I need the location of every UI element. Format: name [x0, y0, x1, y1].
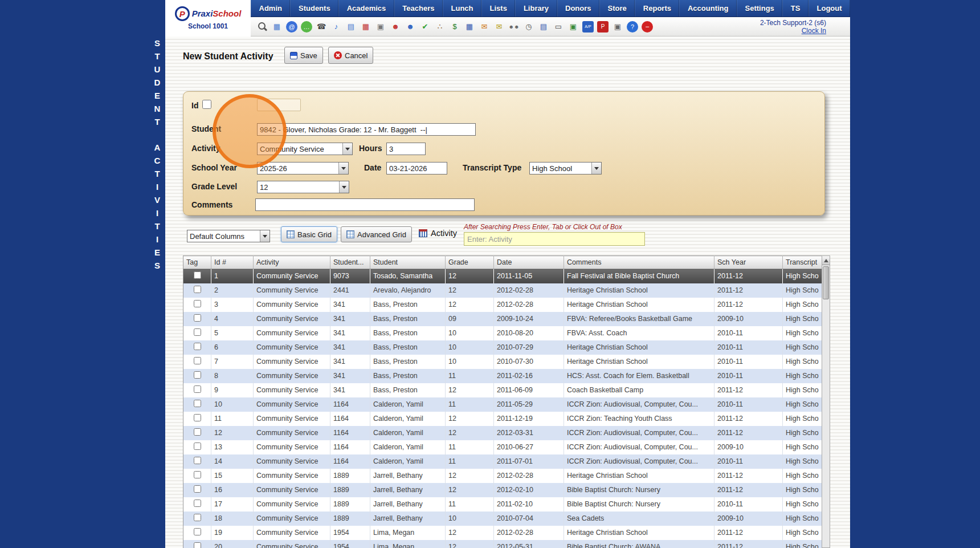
calendar-icon[interactable]: ▦ — [360, 21, 371, 33]
speaker-icon[interactable]: ♪ — [330, 21, 342, 33]
hours-field[interactable] — [386, 143, 426, 155]
mobile-phone-icon[interactable]: ☎ — [316, 21, 327, 33]
table-row[interactable]: 10Community Service1164Calderon, Yamil11… — [183, 397, 822, 412]
nav-item-academics[interactable]: Academics — [338, 0, 394, 17]
scrollbar-thumb[interactable] — [823, 266, 829, 299]
tag-checkbox[interactable] — [194, 485, 201, 493]
column-header[interactable]: Date — [494, 256, 564, 269]
nav-item-students[interactable]: Students — [290, 0, 338, 17]
table-row[interactable]: 14Community Service1164Calderon, Yamil11… — [183, 454, 822, 469]
tag-checkbox[interactable] — [194, 286, 201, 293]
activity-select[interactable]: Community Service — [257, 143, 353, 155]
column-header[interactable]: Tag — [183, 256, 211, 269]
nav-item-admin[interactable]: Admin — [251, 0, 290, 17]
tag-checkbox[interactable] — [194, 371, 201, 379]
comments-field[interactable] — [255, 198, 475, 211]
search-icon[interactable] — [256, 21, 268, 33]
tag-checkbox[interactable] — [194, 500, 201, 507]
scroll-up-arrow-icon[interactable] — [822, 256, 830, 265]
tag-checkbox[interactable] — [194, 357, 201, 364]
tag-checkbox[interactable] — [194, 457, 201, 464]
table-row[interactable]: 1Community Service9073Tosado, Samantha12… — [183, 269, 822, 283]
activity-search-input[interactable] — [464, 232, 645, 246]
nav-item-accounting[interactable]: Accounting — [679, 0, 737, 17]
nav-item-reports[interactable]: Reports — [635, 0, 679, 17]
paw-icon[interactable]: ∴ — [434, 21, 446, 33]
advanced-grid-button[interactable]: Advanced Grid — [341, 226, 412, 242]
table-row[interactable]: 7Community Service341Bass, Preston102010… — [183, 355, 822, 369]
check-icon[interactable]: ✔ — [419, 21, 431, 33]
table-scrollbar[interactable] — [822, 255, 830, 548]
table-row[interactable]: 15Community Service1889Jarrell, Bethany1… — [183, 469, 822, 483]
printer-green-icon[interactable]: ▣ — [567, 21, 579, 33]
table-row[interactable]: 11Community Service1164Calderon, Yamil12… — [183, 412, 822, 426]
nav-item-teachers[interactable]: Teachers — [394, 0, 443, 17]
nav-item-ts[interactable]: TS — [782, 0, 808, 17]
table-row[interactable]: 13Community Service1164Calderon, Yamil11… — [183, 440, 822, 454]
pdf-icon[interactable]: P — [597, 21, 609, 33]
school-year-select[interactable]: 2025-26 — [257, 162, 349, 174]
logo-area[interactable]: P PraxiSchool School 1001 — [165, 0, 251, 36]
printer-icon[interactable]: ▣ — [612, 21, 623, 33]
table-row[interactable]: 19Community Service1954Lima, Megan122012… — [183, 526, 822, 540]
tag-checkbox[interactable] — [194, 528, 201, 535]
mail-send-icon[interactable]: ✉ — [493, 21, 505, 33]
people-icon[interactable]: ☻☻ — [508, 21, 520, 33]
tag-checkbox[interactable] — [194, 514, 201, 521]
column-header[interactable]: Id # — [211, 256, 254, 269]
tag-checkbox[interactable] — [194, 328, 201, 336]
table-row[interactable]: 20Community Service1954Lima, Megan122012… — [183, 540, 822, 548]
nav-item-lunch[interactable]: Lunch — [443, 0, 481, 17]
nav-item-lists[interactable]: Lists — [481, 0, 515, 17]
chat-icon[interactable]: … — [301, 21, 312, 33]
table-row[interactable]: 9Community Service341Bass, Preston122011… — [183, 383, 822, 397]
tag-checkbox[interactable] — [194, 471, 201, 478]
nav-item-settings[interactable]: Settings — [737, 0, 782, 17]
save-button[interactable]: Save — [284, 47, 323, 64]
tag-checkbox[interactable] — [194, 443, 201, 450]
column-header[interactable]: Activity — [254, 256, 330, 269]
column-header[interactable]: Grade — [446, 256, 494, 269]
cash-icon[interactable]: $ — [449, 21, 460, 33]
fax-icon[interactable]: ▣ — [375, 21, 386, 33]
tag-checkbox[interactable] — [194, 385, 201, 393]
date-field[interactable] — [386, 162, 447, 174]
keyboard-icon[interactable]: ▭ — [553, 21, 564, 33]
column-header[interactable]: Transcript — [783, 256, 822, 269]
tag-checkbox[interactable] — [194, 542, 201, 548]
table-row[interactable]: 4Community Service341Bass, Preston092009… — [183, 312, 822, 326]
basic-grid-button[interactable]: Basic Grid — [281, 226, 337, 242]
person-red-icon[interactable]: ☻ — [390, 21, 401, 33]
id-checkbox[interactable] — [202, 100, 211, 109]
email-at-icon[interactable]: @ — [286, 21, 297, 33]
calculator-icon[interactable]: ▦ — [464, 21, 475, 33]
table-row[interactable]: 8Community Service341Bass, Preston112011… — [183, 369, 822, 383]
nav-item-donors[interactable]: Donors — [557, 0, 600, 17]
ap-icon[interactable]: A/P — [582, 21, 594, 33]
tag-checkbox[interactable] — [194, 343, 201, 350]
tag-checkbox[interactable] — [194, 400, 201, 407]
student-field[interactable] — [257, 123, 476, 136]
clock-icon[interactable]: ◷ — [523, 21, 534, 33]
grade-level-select[interactable]: 12 — [257, 181, 349, 193]
nav-item-store[interactable]: Store — [599, 0, 635, 17]
nav-item-logout[interactable]: Logout — [808, 0, 850, 17]
report-icon[interactable]: ▤ — [538, 21, 549, 33]
transcript-type-select[interactable]: High School — [529, 162, 602, 174]
tag-checkbox[interactable] — [194, 314, 201, 322]
clock-in-link[interactable]: Clock In — [802, 27, 826, 35]
table-row[interactable]: 17Community Service1889Jarrell, Bethany1… — [183, 497, 822, 512]
tag-checkbox[interactable] — [194, 271, 201, 279]
table-row[interactable]: 16Community Service1889Jarrell, Bethany1… — [183, 483, 822, 497]
notes-icon[interactable]: ▤ — [345, 21, 357, 33]
table-row[interactable]: 3Community Service341Bass, Preston122012… — [183, 298, 822, 312]
column-header[interactable]: Sch Year — [714, 256, 783, 269]
columns-select[interactable]: Default Columns — [187, 230, 270, 242]
tag-checkbox[interactable] — [194, 428, 201, 436]
table-row[interactable]: 5Community Service341Bass, Preston102010… — [183, 326, 822, 340]
table-row[interactable]: 12Community Service1164Calderon, Yamil12… — [183, 426, 822, 440]
mail-orange-icon[interactable]: ✉ — [479, 21, 490, 33]
table-row[interactable]: 6Community Service341Bass, Preston102010… — [183, 340, 822, 355]
tag-checkbox[interactable] — [194, 414, 201, 421]
cancel-button[interactable]: Cancel — [328, 47, 373, 64]
